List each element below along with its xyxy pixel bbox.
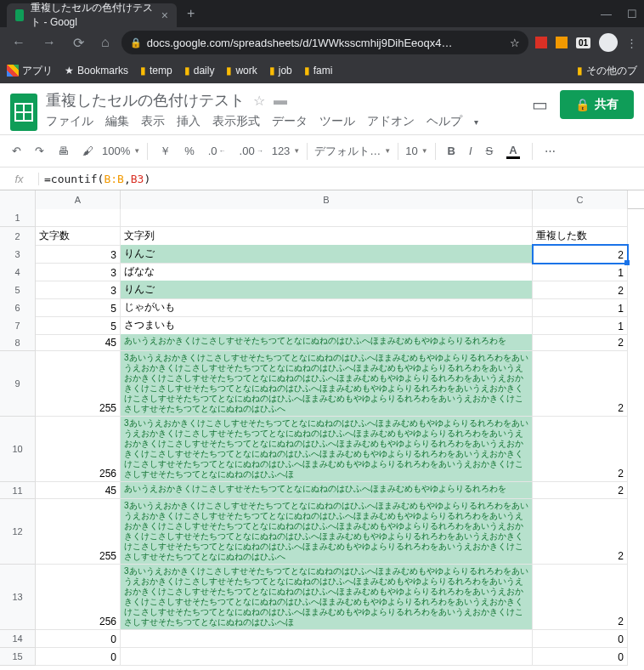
cell[interactable]: 2 bbox=[533, 565, 628, 630]
cell[interactable]: じゃがいも bbox=[121, 298, 533, 317]
cell[interactable] bbox=[533, 209, 628, 227]
bm-other[interactable]: ▮その他のブ bbox=[577, 64, 637, 78]
number-format-select[interactable]: 123▼ bbox=[272, 145, 301, 157]
row-header[interactable]: 4 bbox=[0, 263, 36, 281]
cell[interactable] bbox=[121, 630, 533, 648]
doc-title[interactable]: 重複したセルの色付けテスト bbox=[46, 90, 245, 111]
row-header[interactable]: 15 bbox=[0, 648, 36, 666]
menu-format[interactable]: 表示形式 bbox=[212, 114, 260, 129]
cell[interactable]: 2 bbox=[533, 482, 628, 499]
cell[interactable] bbox=[121, 648, 533, 666]
text-color-button[interactable]: A bbox=[501, 140, 524, 162]
row-header[interactable]: 1 bbox=[0, 209, 36, 227]
bm-bookmarks[interactable]: ★Bookmarks bbox=[65, 65, 128, 77]
zoom-select[interactable]: 100%▼ bbox=[102, 145, 140, 157]
menu-file[interactable]: ファイル bbox=[46, 114, 93, 129]
row-header[interactable]: 6 bbox=[0, 298, 36, 317]
profile-avatar[interactable] bbox=[599, 33, 618, 52]
cell[interactable]: 1 bbox=[533, 298, 628, 317]
row-header[interactable]: 12 bbox=[0, 499, 36, 565]
menu-tools[interactable]: ツール bbox=[319, 114, 355, 129]
cell[interactable]: 2 bbox=[533, 281, 628, 299]
cell[interactable]: 文字列 bbox=[121, 227, 533, 246]
cell[interactable]: 2 bbox=[533, 334, 628, 351]
cell[interactable]: りんご bbox=[121, 245, 533, 264]
strike-button[interactable]: S bbox=[481, 141, 499, 161]
row-header[interactable]: 7 bbox=[0, 316, 36, 335]
cell[interactable]: 256 bbox=[36, 417, 121, 482]
currency-button[interactable]: ￥ bbox=[155, 140, 176, 162]
cell[interactable]: ばなな bbox=[121, 263, 533, 281]
reload-button[interactable]: ⟳ bbox=[68, 31, 89, 54]
cell[interactable]: 0 bbox=[533, 630, 628, 648]
cell[interactable]: 1 bbox=[533, 316, 628, 335]
cell[interactable] bbox=[36, 209, 121, 227]
new-tab-button[interactable]: + bbox=[187, 6, 195, 21]
row-header[interactable]: 2 bbox=[0, 227, 36, 246]
paint-format-button[interactable]: 🖌 bbox=[77, 141, 99, 161]
font-select[interactable]: デフォルト…▼ bbox=[314, 144, 391, 159]
cell[interactable]: 256 bbox=[36, 565, 121, 630]
star-url-icon[interactable]: ☆ bbox=[510, 37, 520, 49]
cell[interactable] bbox=[121, 209, 533, 227]
cell[interactable]: さつまいも bbox=[121, 316, 533, 335]
cell[interactable]: 2 bbox=[533, 351, 628, 417]
col-header-B[interactable]: B bbox=[121, 190, 533, 209]
cell[interactable]: 重複した数 bbox=[533, 227, 628, 246]
redo-button[interactable]: ↷ bbox=[30, 141, 49, 161]
cell[interactable]: 3あいうえおかきくけこさしすせそたちつてとなにぬねのはひふへほまみむめもやゆよら… bbox=[121, 417, 533, 482]
row-header[interactable]: 13 bbox=[0, 565, 36, 630]
close-tab-icon[interactable]: × bbox=[161, 9, 168, 22]
row-header[interactable]: 14 bbox=[0, 630, 36, 648]
menu-addons[interactable]: アドオン bbox=[367, 114, 415, 129]
browser-tab[interactable]: 重複したセルの色付けテスト - Googl × bbox=[7, 3, 177, 27]
move-folder-icon[interactable]: ▬ bbox=[274, 93, 287, 108]
cell[interactable]: 3 bbox=[36, 281, 121, 299]
font-size-select[interactable]: 10▼ bbox=[405, 145, 427, 157]
cell[interactable]: 255 bbox=[36, 351, 121, 417]
cell[interactable]: 3あいうえおかきくけこさしすせそたちつてとなにぬねのはひふへほまみむめもやゆよら… bbox=[121, 351, 533, 417]
ext-icon-2[interactable] bbox=[556, 37, 568, 48]
menu-view[interactable]: 表示 bbox=[141, 114, 165, 129]
menu-insert[interactable]: 挿入 bbox=[177, 114, 201, 129]
row-header[interactable]: 5 bbox=[0, 281, 36, 299]
print-button[interactable]: 🖶 bbox=[53, 141, 74, 161]
dec-more-button[interactable]: .00→ bbox=[234, 141, 268, 161]
cell[interactable]: 0 bbox=[36, 648, 121, 666]
undo-button[interactable]: ↶ bbox=[7, 141, 26, 161]
cell[interactable]: りんご bbox=[121, 281, 533, 299]
cell[interactable]: 255 bbox=[36, 499, 121, 565]
cell[interactable]: 3あいうえおかきくけこさしすせそたちつてとなにぬねのはひふへほまみむめもやゆよら… bbox=[121, 499, 533, 565]
bm-daily[interactable]: ▮daily bbox=[184, 65, 215, 77]
cell[interactable]: 3 bbox=[36, 263, 121, 281]
select-all-cell[interactable] bbox=[0, 190, 36, 209]
cell[interactable]: あいうえおかきくけこさしすせそたちつてとなにぬねのはひふへほまみむめもやゆよらり… bbox=[121, 334, 533, 351]
dec-less-button[interactable]: .0← bbox=[203, 141, 231, 161]
row-header[interactable]: 9 bbox=[0, 351, 36, 417]
row-header[interactable]: 3 bbox=[0, 245, 36, 264]
menu-edit[interactable]: 編集 bbox=[105, 114, 129, 129]
forward-button[interactable]: → bbox=[37, 31, 61, 54]
cell[interactable]: 文字数 bbox=[36, 227, 121, 246]
cell[interactable]: 5 bbox=[36, 316, 121, 335]
row-header[interactable]: 11 bbox=[0, 482, 36, 499]
cell[interactable]: 0 bbox=[36, 630, 121, 648]
col-header-A[interactable]: A bbox=[36, 190, 121, 209]
bm-fami[interactable]: ▮fami bbox=[304, 65, 333, 77]
cell[interactable]: あいうえおかきくけこさしすせそたちつてとなにぬねのはひふへほまみむめもやゆよらり… bbox=[121, 482, 533, 499]
home-button[interactable]: ⌂ bbox=[96, 31, 115, 54]
menu-help[interactable]: ヘルプ bbox=[427, 114, 462, 129]
menu-icon[interactable]: ⋮ bbox=[626, 37, 637, 49]
cell[interactable]: 0 bbox=[533, 648, 628, 666]
bm-apps[interactable]: アプリ bbox=[7, 64, 53, 78]
cell[interactable]: 1 bbox=[533, 263, 628, 281]
sheets-logo[interactable] bbox=[10, 94, 37, 131]
italic-button[interactable]: I bbox=[464, 141, 477, 161]
star-doc-icon[interactable]: ☆ bbox=[253, 93, 265, 109]
cell[interactable]: 2 bbox=[533, 245, 628, 264]
formula-input[interactable]: =countif(B:B,B3) bbox=[39, 173, 644, 185]
comments-icon[interactable]: ▭ bbox=[532, 94, 548, 115]
cell[interactable]: 2 bbox=[533, 417, 628, 482]
cell[interactable]: 45 bbox=[36, 334, 121, 351]
row-header[interactable]: 8 bbox=[0, 334, 36, 351]
